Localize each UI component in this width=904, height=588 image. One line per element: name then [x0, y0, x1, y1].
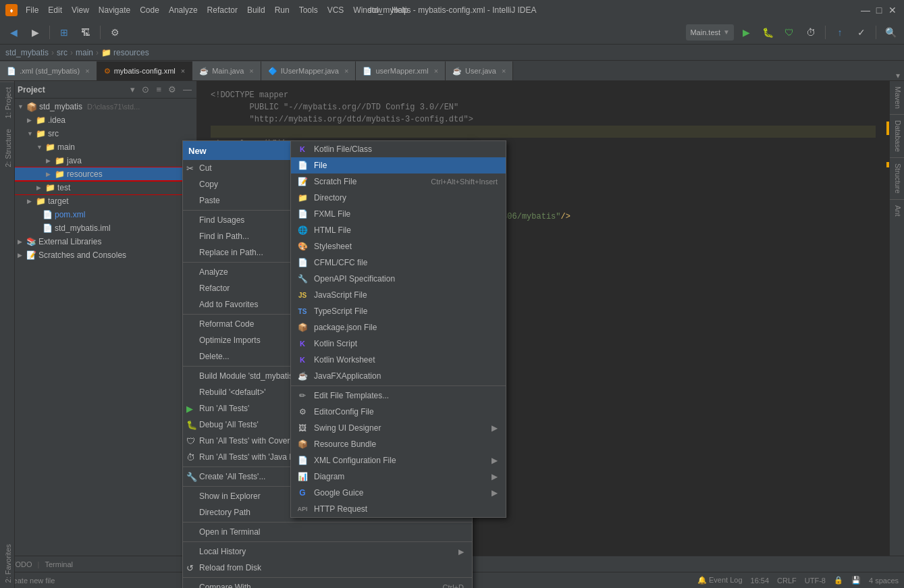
- bc-src[interactable]: src: [57, 48, 68, 57]
- tree-item-std-mybatis[interactable]: ▼ 📦 std_mybatis D:\class71\std...: [15, 100, 196, 113]
- nav-forward-button[interactable]: ▶: [26, 23, 45, 42]
- find-button[interactable]: 🔍: [881, 23, 900, 42]
- tree-item-external[interactable]: ▶ 📚 External Libraries: [15, 235, 196, 248]
- tree-item-target[interactable]: ▶ 📁 target: [15, 194, 196, 208]
- recent-files-button[interactable]: ⊞: [55, 23, 74, 42]
- run-coverage-button[interactable]: 🛡: [780, 23, 799, 42]
- tree-item-idea[interactable]: ▶ 📁 .idea: [15, 113, 196, 127]
- vcs-commit-button[interactable]: ✓: [852, 23, 871, 42]
- close-button[interactable]: ✕: [886, 4, 899, 16]
- menu-tools[interactable]: Tools: [295, 4, 322, 16]
- minimize-button[interactable]: —: [859, 4, 872, 16]
- tab-usermapper-xml[interactable]: 📄 userMapper.xml ×: [356, 61, 446, 80]
- tabs-more-button[interactable]: ▾: [892, 71, 904, 80]
- tree-item-src[interactable]: ▼ 📁 src: [15, 127, 196, 140]
- tab-iusermapper[interactable]: 🔷 IUserMapper.java ×: [261, 61, 356, 80]
- sub-html[interactable]: 🌐 HTML File: [291, 222, 506, 238]
- sub-edit-templates[interactable]: ✏ Edit File Templates...: [291, 387, 506, 404]
- tree-item-resources[interactable]: ▶ 📁 resources: [15, 167, 196, 181]
- sub-diagram[interactable]: 📊 Diagram ▶: [291, 469, 506, 485]
- maximize-button[interactable]: □: [873, 4, 885, 16]
- sub-cfml[interactable]: 📄 CFML/CFC file: [291, 255, 506, 271]
- tree-item-iml[interactable]: ▶ 📄 std_mybatis.iml: [15, 221, 196, 235]
- menu-vcs[interactable]: VCS: [323, 4, 348, 16]
- tab-close-3[interactable]: ×: [249, 67, 253, 75]
- status-encoding[interactable]: UTF-8: [805, 577, 826, 585]
- menu-view[interactable]: View: [68, 4, 93, 16]
- tree-item-java[interactable]: ▶ 📁 java: [15, 154, 196, 167]
- sub-fxml[interactable]: 📄 FXML File: [291, 206, 506, 222]
- menu-file[interactable]: File: [22, 4, 43, 16]
- tab-main-java[interactable]: ☕ Main.java ×: [192, 61, 261, 80]
- menu-build[interactable]: Build: [243, 4, 269, 16]
- sub-javafx[interactable]: ☕ JavaFXApplication: [291, 368, 506, 384]
- tab-xml-std[interactable]: 📄 .xml (std_mybatis) ×: [0, 61, 97, 80]
- sub-js[interactable]: JS JavaScript File: [291, 287, 506, 303]
- sub-scratch[interactable]: 📝 Scratch File Ctrl+Alt+Shift+Insert: [291, 173, 506, 190]
- menu-run[interactable]: Run: [271, 4, 294, 16]
- sub-xml-config[interactable]: 📄 XML Configuration File ▶: [291, 452, 506, 469]
- bc-project[interactable]: std_mybatis: [5, 48, 49, 57]
- run-config-selector[interactable]: Main.test ▼: [686, 24, 734, 41]
- menu-code[interactable]: Code: [136, 4, 163, 16]
- settings-button[interactable]: ⚙: [105, 23, 124, 42]
- tab-close-5[interactable]: ×: [434, 67, 438, 75]
- sub-kotlin-worksheet[interactable]: K Kotlin Worksheet: [291, 352, 506, 368]
- sub-swing-ui[interactable]: 🖼 Swing UI Designer ▶: [291, 420, 506, 436]
- tab-close-2[interactable]: ×: [181, 67, 185, 75]
- profile-button[interactable]: ⏱: [801, 23, 820, 42]
- menu-navigate[interactable]: Navigate: [95, 4, 134, 16]
- tab-close-1[interactable]: ×: [85, 67, 89, 75]
- menu-analyze[interactable]: Analyze: [165, 4, 202, 16]
- sub-openapi[interactable]: 🔧 OpenAPI Specification: [291, 271, 506, 287]
- tree-item-pom[interactable]: ▶ 📄 pom.xml: [15, 208, 196, 221]
- sub-kotlin-script[interactable]: K Kotlin Script: [291, 336, 506, 352]
- right-tab-database[interactable]: Database: [890, 115, 904, 158]
- left-tab-favorites[interactable]: 2: Favorites: [0, 539, 14, 588]
- project-structure-button[interactable]: 🏗: [76, 23, 95, 42]
- sub-ts[interactable]: TS TypeScript File: [291, 303, 506, 319]
- settings-panel-button[interactable]: ⚙: [166, 84, 178, 95]
- ctx-local-history[interactable]: Local History ▶: [183, 543, 472, 560]
- tab-user-java[interactable]: ☕ User.java ×: [446, 61, 513, 80]
- locate-button[interactable]: ⊙: [140, 84, 151, 95]
- status-indent[interactable]: 4 spaces: [869, 577, 899, 585]
- sub-editorconfig[interactable]: ⚙ EditorConfig File: [291, 404, 506, 420]
- right-tab-structure[interactable]: Structure: [890, 158, 904, 200]
- tab-close-6[interactable]: ×: [502, 67, 506, 75]
- terminal-tab[interactable]: Terminal: [45, 560, 73, 568]
- event-log-link[interactable]: 🔔 Event Log: [697, 576, 743, 585]
- menu-refactor[interactable]: Refactor: [203, 4, 242, 16]
- status-line-sep[interactable]: CRLF: [777, 577, 797, 585]
- sub-kotlin-file[interactable]: K Kotlin File/Class: [291, 141, 506, 157]
- tree-item-test[interactable]: ▶ 📁 test: [15, 181, 196, 194]
- sub-package-json[interactable]: 📦 package.json File: [291, 319, 506, 336]
- debug-button[interactable]: 🐛: [758, 23, 777, 42]
- hide-panel-button[interactable]: —: [181, 84, 194, 95]
- sub-http-request[interactable]: API HTTP Request: [291, 501, 506, 517]
- right-tab-maven[interactable]: Maven: [890, 81, 904, 115]
- tab-mybatis-config[interactable]: ⚙ mybatis-config.xml ×: [97, 61, 193, 80]
- left-tab-project[interactable]: 1: Project: [0, 81, 14, 124]
- sub-directory[interactable]: 📁 Directory: [291, 190, 506, 206]
- ctx-compare-with[interactable]: Compare With... Ctrl+D: [183, 579, 472, 588]
- sub-resource-bundle[interactable]: 📦 Resource Bundle: [291, 436, 506, 452]
- ctx-reload[interactable]: ↺ Reload from Disk: [183, 560, 472, 576]
- run-button[interactable]: ▶: [737, 23, 755, 42]
- sub-google-guice[interactable]: G Google Guice ▶: [291, 485, 506, 501]
- sub-file[interactable]: 📄 File: [291, 157, 506, 173]
- tree-item-main[interactable]: ▼ 📁 main: [15, 140, 196, 154]
- bc-resources[interactable]: 📁resources: [101, 48, 149, 57]
- sub-stylesheet[interactable]: 🎨 Stylesheet: [291, 238, 506, 255]
- nav-back-button[interactable]: ◀: [4, 23, 23, 42]
- scope-button[interactable]: ▾: [128, 84, 137, 95]
- tab-close-4[interactable]: ×: [344, 67, 348, 75]
- ctx-open-terminal[interactable]: Open in Terminal: [183, 524, 472, 540]
- menu-edit[interactable]: Edit: [44, 4, 66, 16]
- expand-button[interactable]: ≡: [154, 84, 163, 95]
- left-tab-structure[interactable]: 2: Structure: [0, 124, 14, 173]
- vcs-update-button[interactable]: ↑: [830, 23, 849, 42]
- tree-item-scratches[interactable]: ▶ 📝 Scratches and Consoles: [15, 248, 196, 262]
- right-tab-ant[interactable]: Ant: [890, 200, 904, 222]
- bc-main[interactable]: main: [76, 48, 93, 57]
